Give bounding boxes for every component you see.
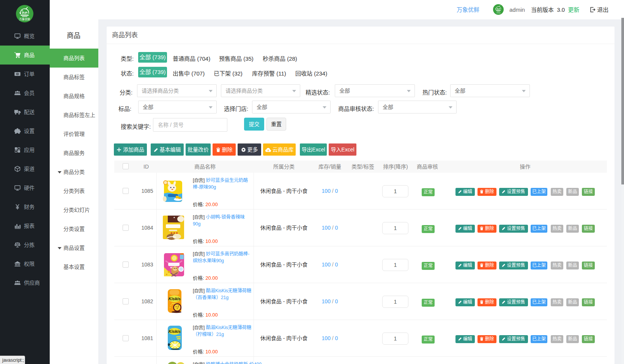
svg-text:Kiskis: Kiskis bbox=[169, 296, 181, 301]
svg-text:万象优鲜: 万象优鲜 bbox=[19, 17, 30, 21]
svg-text:万象优鲜: 万象优鲜 bbox=[496, 12, 501, 14]
svg-text:Kiskis: Kiskis bbox=[169, 329, 181, 334]
